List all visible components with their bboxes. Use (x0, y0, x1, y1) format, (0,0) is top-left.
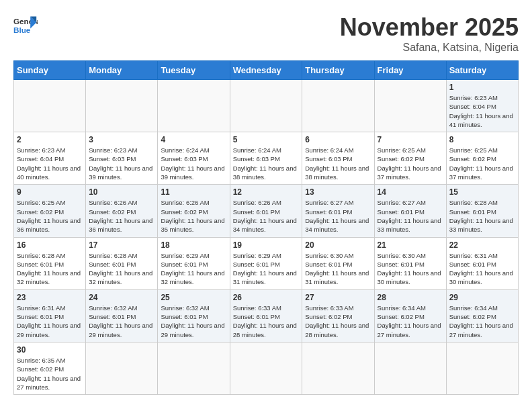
day-info: Sunrise: 6:30 AM Sunset: 6:01 PM Dayligh… (305, 251, 371, 287)
day-info: Sunrise: 6:26 AM Sunset: 6:02 PM Dayligh… (89, 198, 154, 234)
day-number: 11 (161, 187, 226, 197)
calendar-cell: 24Sunrise: 6:32 AM Sunset: 6:01 PM Dayli… (86, 289, 158, 342)
month-title: November 2025 (340, 13, 519, 42)
calendar-week-row: 16Sunrise: 6:28 AM Sunset: 6:01 PM Dayli… (14, 237, 519, 289)
day-number: 9 (17, 187, 83, 197)
calendar-week-row: 30Sunrise: 6:35 AM Sunset: 6:02 PM Dayli… (14, 342, 519, 394)
day-number: 16 (17, 240, 83, 250)
calendar-cell: 11Sunrise: 6:26 AM Sunset: 6:02 PM Dayli… (158, 185, 230, 237)
calendar-table: SundayMondayTuesdayWednesdayThursdayFrid… (13, 60, 519, 395)
calendar-cell (374, 342, 446, 394)
day-number: 23 (17, 293, 83, 302)
calendar-cell: 28Sunrise: 6:34 AM Sunset: 6:02 PM Dayli… (374, 289, 446, 342)
day-info: Sunrise: 6:28 AM Sunset: 6:01 PM Dayligh… (449, 198, 515, 234)
day-info: Sunrise: 6:33 AM Sunset: 6:01 PM Dayligh… (233, 304, 300, 339)
day-info: Sunrise: 6:24 AM Sunset: 6:03 PM Dayligh… (305, 146, 371, 181)
calendar-cell (158, 80, 230, 132)
calendar-header-row: SundayMondayTuesdayWednesdayThursdayFrid… (14, 61, 519, 80)
calendar-cell: 29Sunrise: 6:34 AM Sunset: 6:02 PM Dayli… (446, 289, 518, 342)
day-info: Sunrise: 6:32 AM Sunset: 6:01 PM Dayligh… (161, 304, 226, 339)
day-info: Sunrise: 6:23 AM Sunset: 6:04 PM Dayligh… (17, 146, 83, 181)
day-number: 4 (161, 135, 226, 144)
day-info: Sunrise: 6:26 AM Sunset: 6:02 PM Dayligh… (161, 198, 226, 234)
day-info: Sunrise: 6:25 AM Sunset: 6:02 PM Dayligh… (378, 146, 443, 181)
calendar-cell (86, 342, 158, 394)
day-number: 8 (449, 135, 515, 144)
day-number: 6 (305, 135, 371, 144)
day-number: 14 (378, 187, 443, 197)
calendar-cell: 8Sunrise: 6:25 AM Sunset: 6:02 PM Daylig… (446, 132, 518, 185)
day-number: 27 (305, 293, 371, 302)
day-info: Sunrise: 6:31 AM Sunset: 6:01 PM Dayligh… (449, 251, 515, 287)
weekday-header-tuesday: Tuesday (158, 61, 230, 80)
weekday-header-friday: Friday (374, 61, 446, 80)
calendar-cell: 15Sunrise: 6:28 AM Sunset: 6:01 PM Dayli… (446, 185, 518, 237)
day-number: 10 (89, 187, 154, 197)
calendar-cell (86, 80, 158, 132)
calendar-cell (374, 80, 446, 132)
svg-text:Blue: Blue (13, 26, 31, 34)
day-number: 26 (233, 293, 300, 302)
logo-icon: General Blue (13, 13, 38, 38)
day-info: Sunrise: 6:31 AM Sunset: 6:01 PM Dayligh… (17, 304, 83, 339)
calendar-cell (230, 342, 302, 394)
calendar-cell: 22Sunrise: 6:31 AM Sunset: 6:01 PM Dayli… (446, 237, 518, 289)
weekday-header-thursday: Thursday (302, 61, 374, 80)
day-info: Sunrise: 6:26 AM Sunset: 6:01 PM Dayligh… (233, 198, 300, 234)
calendar-cell (302, 342, 374, 394)
calendar-cell: 30Sunrise: 6:35 AM Sunset: 6:02 PM Dayli… (14, 342, 86, 394)
day-info: Sunrise: 6:29 AM Sunset: 6:01 PM Dayligh… (161, 251, 226, 287)
calendar-cell: 14Sunrise: 6:27 AM Sunset: 6:01 PM Dayli… (374, 185, 446, 237)
day-info: Sunrise: 6:27 AM Sunset: 6:01 PM Dayligh… (305, 198, 371, 234)
calendar-cell: 1Sunrise: 6:23 AM Sunset: 6:04 PM Daylig… (446, 80, 518, 132)
day-number: 22 (449, 240, 515, 250)
day-info: Sunrise: 6:23 AM Sunset: 6:03 PM Dayligh… (89, 146, 154, 181)
logo: General Blue (13, 13, 38, 38)
day-info: Sunrise: 6:25 AM Sunset: 6:02 PM Dayligh… (449, 146, 515, 181)
calendar-cell: 26Sunrise: 6:33 AM Sunset: 6:01 PM Dayli… (230, 289, 302, 342)
calendar-cell (302, 80, 374, 132)
calendar-cell: 23Sunrise: 6:31 AM Sunset: 6:01 PM Dayli… (14, 289, 86, 342)
day-number: 28 (378, 293, 443, 302)
calendar-week-row: 9Sunrise: 6:25 AM Sunset: 6:02 PM Daylig… (14, 185, 519, 237)
weekday-header-monday: Monday (86, 61, 158, 80)
calendar-cell: 16Sunrise: 6:28 AM Sunset: 6:01 PM Dayli… (14, 237, 86, 289)
calendar-cell: 5Sunrise: 6:24 AM Sunset: 6:03 PM Daylig… (230, 132, 302, 185)
day-info: Sunrise: 6:25 AM Sunset: 6:02 PM Dayligh… (17, 198, 83, 234)
calendar-cell: 4Sunrise: 6:24 AM Sunset: 6:03 PM Daylig… (158, 132, 230, 185)
calendar-cell: 25Sunrise: 6:32 AM Sunset: 6:01 PM Dayli… (158, 289, 230, 342)
day-info: Sunrise: 6:27 AM Sunset: 6:01 PM Dayligh… (378, 198, 443, 234)
calendar-cell: 18Sunrise: 6:29 AM Sunset: 6:01 PM Dayli… (158, 237, 230, 289)
day-info: Sunrise: 6:34 AM Sunset: 6:02 PM Dayligh… (378, 304, 443, 339)
calendar-cell: 27Sunrise: 6:33 AM Sunset: 6:02 PM Dayli… (302, 289, 374, 342)
day-number: 12 (233, 187, 300, 197)
day-info: Sunrise: 6:28 AM Sunset: 6:01 PM Dayligh… (89, 251, 154, 287)
calendar-cell: 13Sunrise: 6:27 AM Sunset: 6:01 PM Dayli… (302, 185, 374, 237)
page-header: General Blue November 2025 Safana, Katsi… (13, 13, 519, 54)
day-info: Sunrise: 6:33 AM Sunset: 6:02 PM Dayligh… (305, 304, 371, 339)
title-section: November 2025 Safana, Katsina, Nigeria (340, 13, 519, 54)
day-number: 17 (89, 240, 154, 250)
calendar-cell: 10Sunrise: 6:26 AM Sunset: 6:02 PM Dayli… (86, 185, 158, 237)
weekday-header-wednesday: Wednesday (230, 61, 302, 80)
day-number: 19 (233, 240, 300, 250)
calendar-cell: 20Sunrise: 6:30 AM Sunset: 6:01 PM Dayli… (302, 237, 374, 289)
calendar-week-row: 2Sunrise: 6:23 AM Sunset: 6:04 PM Daylig… (14, 132, 519, 185)
day-info: Sunrise: 6:29 AM Sunset: 6:01 PM Dayligh… (233, 251, 300, 287)
calendar-cell (230, 80, 302, 132)
calendar-cell: 6Sunrise: 6:24 AM Sunset: 6:03 PM Daylig… (302, 132, 374, 185)
day-number: 20 (305, 240, 371, 250)
calendar-cell: 9Sunrise: 6:25 AM Sunset: 6:02 PM Daylig… (14, 185, 86, 237)
calendar-cell (446, 342, 518, 394)
weekday-header-sunday: Sunday (14, 61, 86, 80)
calendar-cell (158, 342, 230, 394)
day-number: 2 (17, 135, 83, 144)
day-number: 21 (378, 240, 443, 250)
day-number: 15 (449, 187, 515, 197)
calendar-cell: 2Sunrise: 6:23 AM Sunset: 6:04 PM Daylig… (14, 132, 86, 185)
day-info: Sunrise: 6:23 AM Sunset: 6:04 PM Dayligh… (449, 93, 515, 129)
day-info: Sunrise: 6:28 AM Sunset: 6:01 PM Dayligh… (17, 251, 83, 287)
day-number: 29 (449, 293, 515, 302)
day-info: Sunrise: 6:24 AM Sunset: 6:03 PM Dayligh… (233, 146, 300, 181)
day-number: 25 (161, 293, 226, 302)
